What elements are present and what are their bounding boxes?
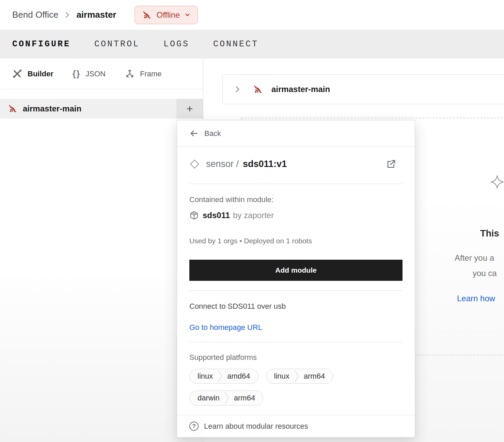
divider (189, 184, 403, 184)
tab-control[interactable]: CONTROL (94, 39, 140, 49)
resource-type: sensor / (206, 159, 239, 169)
chip-separator-icon (294, 369, 299, 384)
wifi-off-icon (252, 84, 263, 95)
module-detail-popover: Back sensor / sds011:v1 (177, 120, 415, 438)
learn-how-link[interactable]: Learn how (457, 294, 495, 303)
module-author: by zaporter (233, 211, 274, 220)
learn-modular-resources-link[interactable]: ? Learn about modular resources (177, 415, 415, 437)
view-tab-frame[interactable]: Frame (125, 69, 162, 79)
back-button-label: Back (204, 129, 221, 138)
platform-chip: darwin arm64 (189, 391, 263, 406)
tab-configure[interactable]: CONFIGURE (12, 39, 70, 49)
diamond-icon (189, 159, 200, 169)
platform-os: linux (266, 372, 294, 381)
breadcrumb-machine: airmaster (76, 10, 116, 20)
sidebar-machine-label: airmaster-main (23, 104, 81, 113)
platform-arch: arm64 (229, 394, 263, 402)
chevron-down-icon (184, 12, 191, 18)
platform-arch: amd64 (222, 372, 258, 381)
wifi-off-icon (142, 10, 152, 20)
homepage-url-link[interactable]: Go to homepage URL (189, 323, 262, 332)
divider (189, 342, 403, 342)
back-button[interactable]: Back (177, 120, 415, 147)
view-switcher: Builder {} JSON (0, 59, 203, 89)
machine-card-title: airmaster-main (271, 85, 330, 94)
status-badge-label: Offline (156, 10, 180, 20)
platform-os: darwin (190, 394, 224, 402)
breadcrumb: Bend Office airmaster (12, 10, 116, 20)
frame-axes-icon (125, 69, 135, 79)
left-panel: Builder {} JSON (0, 59, 203, 442)
divider (189, 290, 403, 291)
chip-separator-icon (224, 391, 229, 406)
breadcrumb-separator-icon (64, 11, 70, 19)
platform-chips: linux amd64 linux arm64 darwin (189, 369, 366, 406)
tab-logs[interactable]: LOGS (163, 39, 189, 49)
platform-chip: linux arm64 (266, 369, 333, 384)
chevron-right-icon (234, 85, 241, 94)
breadcrumb-org[interactable]: Bend Office (12, 10, 58, 20)
app-root: Bend Office airmaster Offline CONFIGU (0, 0, 504, 442)
view-tab-builder[interactable]: Builder (12, 68, 53, 79)
curly-braces-icon: {} (73, 69, 80, 79)
back-arrow-icon (189, 129, 199, 138)
supported-platforms-label: Supported platforms (189, 353, 403, 362)
wifi-off-icon (7, 104, 18, 114)
app-header: Bend Office airmaster Offline (0, 0, 504, 30)
contained-label: Contained within module: (189, 195, 403, 204)
tab-connect[interactable]: CONNECT (213, 39, 258, 49)
sidebar-machine-row[interactable]: airmaster-main + (0, 99, 203, 119)
resource-name: sds011:v1 (243, 159, 287, 169)
platform-chip: linux amd64 (189, 369, 258, 384)
chip-separator-icon (218, 369, 222, 384)
module-description: Connect to SDS011 over usb (189, 302, 403, 311)
view-tab-frame-label: Frame (140, 70, 162, 78)
package-icon (189, 211, 199, 220)
add-component-button[interactable]: + (176, 99, 203, 119)
resource-title-row: sensor / sds011:v1 (189, 156, 403, 171)
view-tab-json-label: JSON (85, 70, 106, 78)
usage-stats: Used by 1 orgs • Deployed on 1 robots (189, 237, 403, 245)
plus-icon: + (187, 103, 193, 115)
platform-os: linux (190, 372, 218, 381)
tools-icon (12, 68, 22, 79)
module-name: sds011 (203, 211, 230, 220)
platform-arch: arm64 (299, 372, 333, 381)
main-tab-bar: CONFIGURE CONTROL LOGS CONNECT (0, 30, 504, 59)
add-module-button[interactable]: Add module (189, 260, 403, 281)
footer-link-label: Learn about modular resources (204, 422, 308, 431)
module-row: sds011 by zaporter (189, 209, 403, 222)
external-link-button[interactable] (386, 159, 396, 169)
module-detail-body: sensor / sds011:v1 Contained within modu… (177, 147, 415, 415)
question-circle-icon: ? (189, 422, 199, 431)
machine-status-badge[interactable]: Offline (135, 6, 198, 24)
view-tab-json[interactable]: {} JSON (73, 69, 106, 79)
external-link-icon (386, 159, 396, 169)
machine-card-header[interactable]: airmaster-main (222, 74, 504, 104)
view-tab-builder-label: Builder (28, 70, 53, 78)
